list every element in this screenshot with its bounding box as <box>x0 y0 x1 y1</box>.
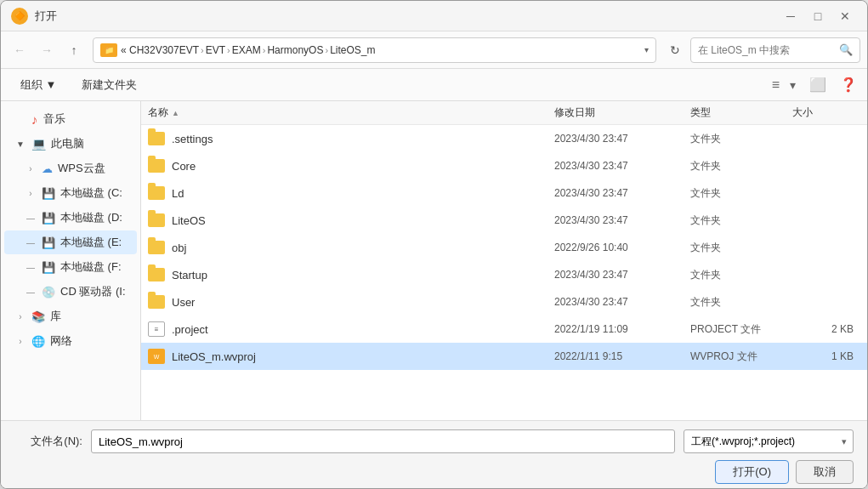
path-part-2: EVT <box>206 44 225 56</box>
file-name-text: .project <box>172 323 208 336</box>
sidebar-label-wps: WPS云盘 <box>58 161 105 176</box>
address-dropdown-icon[interactable]: ▾ <box>644 45 649 54</box>
file-name-text: User <box>172 296 195 309</box>
table-row[interactable]: LiteOS 2023/4/30 23:47 文件夹 <box>141 207 867 234</box>
path-sep-3: › <box>263 45 266 55</box>
sidebar-item-local-c[interactable]: › 💾 本地磁盘 (C: <box>4 181 137 205</box>
help-icon[interactable]: ❓ <box>840 77 857 93</box>
wvproj-icon: W <box>148 349 165 364</box>
app-icon: 🔶 <box>11 8 28 25</box>
expand-local-f: — <box>25 263 37 272</box>
path-part-3: EXAM <box>232 44 261 56</box>
path-sep-2: › <box>227 45 230 55</box>
address-bar[interactable]: 📁 « CH32V307EVT › EVT › EXAM › HarmonyOS… <box>93 37 656 63</box>
file-name-cell: obj <box>148 241 554 254</box>
search-icon[interactable]: 🔍 <box>839 43 853 56</box>
folder-icon <box>148 159 165 173</box>
col-type[interactable]: 类型 <box>690 105 792 120</box>
forward-button[interactable]: → <box>35 38 59 62</box>
view-dropdown-icon[interactable]: ▾ <box>790 78 796 92</box>
file-type-cell: 文件夹 <box>690 268 792 282</box>
close-button[interactable]: ✕ <box>833 4 857 28</box>
col-date[interactable]: 修改日期 <box>554 105 690 120</box>
table-row[interactable]: ≡ .project 2022/1/19 11:09 PROJECT 文件 2 … <box>141 316 867 343</box>
filename-input[interactable] <box>91 429 675 453</box>
table-row[interactable]: .settings 2023/4/30 23:47 文件夹 <box>141 125 867 152</box>
new-folder-button[interactable]: 新建文件夹 <box>72 74 146 96</box>
file-rows-container: .settings 2023/4/30 23:47 文件夹 Core 2023/… <box>141 125 867 370</box>
sidebar-item-local-d[interactable]: — 💾 本地磁盘 (D: <box>4 206 137 230</box>
sidebar-label-cd: CD 驱动器 (I: <box>60 284 126 299</box>
sidebar-label-library: 库 <box>50 309 61 324</box>
bottom-bar: 文件名(N): 工程(*.wvproj;*.project) 打开(O) 取消 <box>1 420 867 488</box>
file-name-text: Core <box>172 160 196 173</box>
address-path: « CH32V307EVT › EVT › EXAM › HarmonyOS ›… <box>121 44 641 56</box>
table-row[interactable]: Startup 2023/4/30 23:47 文件夹 <box>141 261 867 288</box>
view-list-icon[interactable]: ≡ <box>772 77 780 93</box>
table-row[interactable]: W LiteOS_m.wvproj 2022/1/11 9:15 WVPROJ … <box>141 343 867 370</box>
computer-icon: 💻 <box>31 137 46 151</box>
sidebar-label-computer: 此电脑 <box>51 136 84 151</box>
sidebar-label-network: 网络 <box>50 333 72 349</box>
sidebar-label-local-e: 本地磁盘 (E: <box>60 235 122 250</box>
organize-button[interactable]: 组织 ▼ <box>11 74 65 96</box>
sidebar-item-computer[interactable]: ▼ 💻 此电脑 <box>4 132 137 156</box>
up-button[interactable]: ↑ <box>62 38 86 62</box>
file-name-cell: Startup <box>148 268 554 281</box>
filetype-select[interactable]: 工程(*.wvproj;*.project) <box>684 429 854 453</box>
file-name-cell: User <box>148 295 554 309</box>
sidebar: ♪ 音乐 ▼ 💻 此电脑 › ☁ WPS云盘 › 💾 本地磁盘 (C: <box>1 101 141 420</box>
cancel-button[interactable]: 取消 <box>796 460 854 484</box>
sort-arrow-name: ▲ <box>172 109 179 117</box>
sidebar-item-cd[interactable]: — 💿 CD 驱动器 (I: <box>4 280 137 304</box>
expand-computer: ▼ <box>14 139 26 149</box>
table-row[interactable]: User 2023/4/30 23:47 文件夹 <box>141 288 867 316</box>
sidebar-label-local-d: 本地磁盘 (D: <box>60 210 122 225</box>
file-type-cell: 文件夹 <box>690 132 792 146</box>
path-part-4: HarmonyOS <box>267 44 323 56</box>
file-type-cell: 文件夹 <box>690 186 792 201</box>
drive-f-icon: 💾 <box>42 261 55 274</box>
expand-cd: — <box>25 287 37 297</box>
file-size-cell: 2 KB <box>792 323 860 335</box>
expand-library: › <box>14 312 26 321</box>
search-bar[interactable]: 🔍 <box>690 37 860 63</box>
sidebar-label-music: 音乐 <box>43 111 65 127</box>
sidebar-item-local-e[interactable]: — 💾 本地磁盘 (E: <box>4 230 137 254</box>
drive-d-icon: 💾 <box>42 212 55 225</box>
sidebar-item-wps[interactable]: › ☁ WPS云盘 <box>4 156 137 180</box>
view-panel-icon[interactable]: ⬜ <box>809 77 826 93</box>
sidebar-item-music[interactable]: ♪ 音乐 <box>4 107 137 131</box>
refresh-button[interactable]: ↻ <box>663 38 687 62</box>
sidebar-item-library[interactable]: › 📚 库 <box>4 304 137 328</box>
file-date-cell: 2022/1/19 11:09 <box>554 323 690 335</box>
folder-icon <box>148 132 165 145</box>
navigation-toolbar: ← → ↑ 📁 « CH32V307EVT › EVT › EXAM › Har… <box>1 31 867 69</box>
file-list: 名称 ▲ 修改日期 类型 大小 .settings 2023/4/30 23:4… <box>141 101 867 420</box>
file-type-cell: PROJECT 文件 <box>690 322 792 337</box>
path-sep-1: › <box>201 45 204 55</box>
action-row: 打开(O) 取消 <box>14 460 854 484</box>
col-size[interactable]: 大小 <box>792 105 860 120</box>
file-type-cell: 文件夹 <box>690 213 792 228</box>
minimize-button[interactable]: ─ <box>779 4 803 28</box>
table-row[interactable]: Ld 2023/4/30 23:47 文件夹 <box>141 179 867 207</box>
col-name[interactable]: 名称 ▲ <box>148 105 554 120</box>
file-date-cell: 2023/4/30 23:47 <box>554 269 690 281</box>
search-input[interactable] <box>698 44 836 56</box>
titlebar-title: 打开 <box>35 9 57 24</box>
open-button[interactable]: 打开(O) <box>715 460 789 484</box>
sidebar-item-network[interactable]: › 🌐 网络 <box>4 329 137 353</box>
table-row[interactable]: Core 2023/4/30 23:47 文件夹 <box>141 152 867 179</box>
sidebar-item-local-f[interactable]: — 💾 本地磁盘 (F: <box>4 255 137 279</box>
sidebar-label-local-f: 本地磁盘 (F: <box>60 259 122 275</box>
file-type-cell: 文件夹 <box>690 159 792 173</box>
filename-label: 文件名(N): <box>14 434 82 449</box>
file-type-cell: WVPROJ 文件 <box>690 350 792 364</box>
folder-icon <box>148 186 165 200</box>
maximize-button[interactable]: □ <box>806 4 830 28</box>
cloud-icon: ☁ <box>42 162 53 175</box>
table-row[interactable]: obj 2022/9/26 10:40 文件夹 <box>141 234 867 261</box>
back-button[interactable]: ← <box>8 38 31 62</box>
file-name-cell: W LiteOS_m.wvproj <box>148 349 554 364</box>
